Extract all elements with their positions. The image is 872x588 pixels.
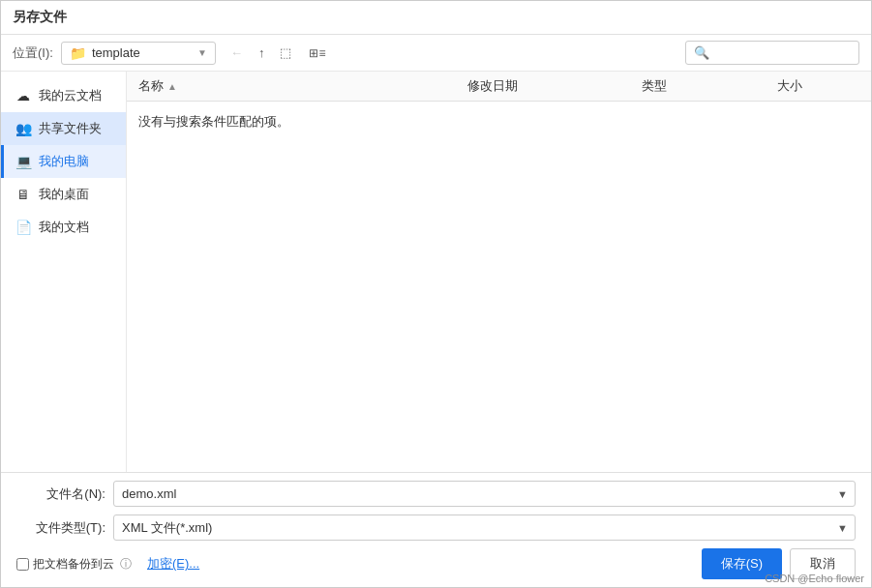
shared-icon: 👥 (15, 121, 31, 136)
file-list: 没有与搜索条件匹配的项。 (127, 102, 871, 472)
folder-icon: 📁 (70, 45, 86, 61)
dialog-title: 另存文件 (13, 9, 67, 26)
desktop-icon: 🖥 (15, 187, 31, 202)
toolbar: 位置(I): 📁 template ▼ ← ↑ ⬚ ⊞≡ 🔍 (1, 35, 871, 72)
filetype-input-wrap: ▼ (113, 514, 856, 541)
search-icon: 🔍 (694, 45, 709, 60)
nav-buttons: ← ↑ ⬚ ⊞≡ (224, 42, 335, 64)
empty-message: 没有与搜索条件匹配的项。 (138, 113, 859, 131)
cloud-icon: ☁ (15, 88, 31, 103)
col-size-header: 大小 (777, 77, 859, 95)
filename-label: 文件名(N): (16, 485, 113, 503)
save-file-dialog: 另存文件 位置(I): 📁 template ▼ ← ↑ ⬚ ⊞≡ 🔍 ☁ 我的… (0, 0, 872, 588)
filename-input[interactable] (113, 481, 856, 507)
backup-checkbox-wrap: 把文档备份到云 ⓘ (16, 556, 132, 573)
sidebar-item-cloud[interactable]: ☁ 我的云文档 (1, 79, 126, 112)
sidebar-item-shared[interactable]: 👥 共享文件夹 (1, 112, 126, 145)
sidebar-label-cloud: 我的云文档 (39, 87, 102, 104)
backup-checkbox[interactable] (16, 558, 29, 571)
file-header: 名称 ▲ 修改日期 类型 大小 (127, 72, 871, 102)
encrypt-button[interactable]: 加密(E)... (147, 555, 199, 573)
title-bar: 另存文件 (1, 1, 871, 35)
sidebar-item-desktop[interactable]: 🖥 我的桌面 (1, 178, 126, 211)
sort-arrow-icon: ▲ (167, 81, 177, 92)
docs-icon: 📄 (15, 220, 31, 235)
sidebar: ☁ 我的云文档 👥 共享文件夹 💻 我的电脑 🖥 我的桌面 📄 我的文档 (1, 72, 127, 472)
sidebar-label-docs: 我的文档 (39, 219, 89, 236)
bottom-bar: 文件名(N): ▼ 文件类型(T): ▼ 把文档备份到云 ⓘ 加密(E)... … (1, 472, 871, 587)
sidebar-label-computer: 我的电脑 (39, 153, 89, 170)
watermark: CSDN @Echo flower (765, 573, 864, 584)
main-content: ☁ 我的云文档 👥 共享文件夹 💻 我的电脑 🖥 我的桌面 📄 我的文档 (1, 72, 871, 472)
col-date-header: 修改日期 (467, 77, 642, 95)
view-toggle-button[interactable]: ⊞≡ (300, 42, 334, 64)
computer-icon: 💻 (15, 154, 31, 169)
file-area: 名称 ▲ 修改日期 类型 大小 没有与搜索条件匹配的项。 (127, 72, 871, 472)
sidebar-label-shared: 共享文件夹 (39, 120, 102, 137)
location-dropdown[interactable]: 📁 template ▼ (61, 42, 216, 65)
location-label: 位置(I): (13, 44, 53, 62)
bottom-actions: 把文档备份到云 ⓘ 加密(E)... 保存(S) 取消 (16, 548, 856, 579)
sidebar-item-computer[interactable]: 💻 我的电脑 (1, 145, 126, 178)
info-icon[interactable]: ⓘ (120, 556, 132, 573)
filename-row: 文件名(N): ▼ (16, 481, 856, 507)
filetype-input[interactable] (113, 514, 856, 541)
search-input[interactable] (713, 45, 851, 60)
col-name-header: 名称 ▲ (138, 77, 467, 95)
filetype-label: 文件类型(T): (16, 519, 113, 537)
new-folder-button[interactable]: ⬚ (273, 42, 298, 64)
back-button[interactable]: ← (224, 42, 250, 64)
up-button[interactable]: ↑ (252, 42, 272, 64)
search-box[interactable]: 🔍 (685, 41, 859, 65)
sidebar-label-desktop: 我的桌面 (39, 186, 89, 203)
filename-input-wrap: ▼ (113, 481, 856, 507)
col-type-header: 类型 (642, 77, 777, 95)
backup-label: 把文档备份到云 (33, 556, 114, 573)
location-dropdown-arrow: ▼ (197, 47, 207, 58)
location-value: template (92, 45, 192, 60)
filetype-row: 文件类型(T): ▼ (16, 514, 856, 541)
sidebar-item-docs[interactable]: 📄 我的文档 (1, 211, 126, 244)
